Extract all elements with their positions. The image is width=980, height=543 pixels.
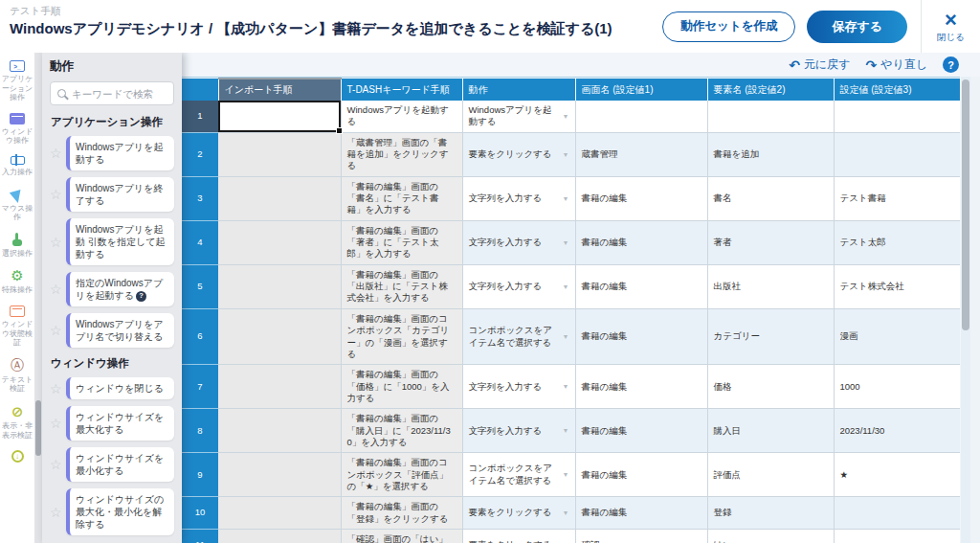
column-header[interactable] [182,79,218,101]
sidebar-category-item[interactable]: ウィンドウ状態検証 [1,305,33,348]
column-header[interactable]: 画面名 (設定値1) [575,79,707,101]
action-item-card[interactable]: 指定のWindowsアプリを起動する? [66,272,174,306]
cell-screen-name[interactable]: 書籍の編集 [575,497,707,530]
action-item-card[interactable]: ウィンドウを閉じる [66,377,174,399]
close-button[interactable]: × 閉じる [921,0,980,53]
sidebar-category-item[interactable]: 表示・非表示検証 [1,404,33,440]
cell-import-step[interactable] [218,264,341,308]
undo-button[interactable]: ↶ 元に戻す [789,57,850,73]
cell-element-name[interactable]: 評価点 [707,453,834,497]
cell-set-value[interactable] [834,101,960,132]
column-header[interactable]: 要素名 (設定値2) [707,79,834,101]
row-number-cell[interactable]: 10 [182,497,218,530]
sidebar-category-item[interactable]: テキスト検証 [1,358,33,394]
action-item-card[interactable]: Windowsアプリを起動する [66,136,174,170]
cell-keyword-step[interactable]: 「書籍の編集」画面の「登録」をクリックする [341,497,462,530]
sidebar-category-item[interactable]: 入力操作 [1,156,33,177]
row-number-cell[interactable]: 8 [182,409,218,453]
cell-screen-name[interactable]: 書籍の編集 [575,453,707,497]
action-item[interactable]: ☆ ウィンドウを閉じる [50,377,174,399]
cell-action-dropdown[interactable]: 要素をクリックする ▼ [462,132,575,176]
chevron-down-icon[interactable]: ▼ [563,382,569,391]
row-number-cell[interactable]: 4 [182,220,218,264]
cell-screen-name[interactable]: 確認 [575,529,707,543]
cell-import-step[interactable] [218,497,341,530]
cell-screen-name[interactable]: 書籍の編集 [575,365,707,409]
cell-element-name[interactable]: 書名 [707,176,834,220]
cell-import-step[interactable] [218,453,341,497]
cell-keyword-step[interactable]: 「確認」画面の「はい」をクリックする [341,529,462,543]
action-item-card[interactable]: ウィンドウサイズを最大化する [66,406,174,441]
favorite-star-icon[interactable]: ☆ [50,236,66,249]
cell-keyword-step[interactable]: 「書籍の編集」画面の「著者」に「テスト太郎」を入力する [341,220,462,264]
cell-set-value[interactable]: テスト書籍 [834,176,960,220]
favorite-star-icon[interactable]: ☆ [50,506,66,519]
row-number-cell[interactable]: 7 [182,365,218,409]
cell-set-value[interactable]: ★ [834,453,960,497]
cell-import-step[interactable] [218,220,341,264]
cell-action-dropdown[interactable]: コンボボックスをアイテム名で選択する ▼ [462,453,575,497]
column-header[interactable]: T-DASHキーワード手順 [341,79,462,101]
row-number-cell[interactable]: 1 [182,101,218,132]
help-icon[interactable]: ? [943,57,959,73]
cell-element-name[interactable]: 著者 [707,220,834,264]
favorite-star-icon[interactable]: ☆ [50,324,66,337]
action-item[interactable]: ☆ 指定のWindowsアプリを起動する? [50,272,174,306]
cell-action-dropdown[interactable]: 要素をクリックする ▼ [462,497,575,530]
row-number-cell[interactable]: 5 [182,264,218,308]
create-action-set-button[interactable]: 動作セットを作成 [662,11,795,42]
chevron-down-icon[interactable]: ▼ [563,426,569,435]
cell-action-dropdown[interactable]: コンボボックスをアイテム名で選択する ▼ [462,308,575,364]
cell-action-dropdown[interactable]: 要素をクリックする ▼ [462,529,575,543]
cell-screen-name[interactable]: 書籍の編集 [575,176,707,220]
favorite-star-icon[interactable]: ☆ [50,147,66,160]
chevron-down-icon[interactable]: ▼ [563,470,569,479]
cell-element-name[interactable]: 出版社 [707,264,834,308]
cell-import-step[interactable] [218,308,341,364]
cell-set-value[interactable]: 漫画 [834,308,960,364]
cell-element-name[interactable]: はい [707,529,834,543]
cell-keyword-step[interactable]: 「書籍の編集」画面の「書名」に「テスト書籍」を入力する [341,176,462,220]
cell-import-step[interactable] [218,132,341,176]
cell-element-name[interactable]: 価格 [707,365,834,409]
cell-keyword-step[interactable]: 「書籍の編集」画面のコンボボックス「評価点」の「★」を選択する [341,453,462,497]
cell-keyword-step[interactable]: Windowsアプリを起動する [341,101,462,132]
cell-action-dropdown[interactable]: 文字列を入力する ▼ [462,264,575,308]
action-item[interactable]: ☆ ウィンドウサイズを最大化する [50,406,174,441]
cell-action-dropdown[interactable]: 文字列を入力する ▼ [462,176,575,220]
action-item[interactable]: ☆ Windowsアプリを起動する [50,136,174,170]
cell-import-step[interactable] [218,176,341,220]
save-button[interactable]: 保存する [807,11,907,43]
cell-keyword-step[interactable]: 「書籍の編集」画面の「購入日」に「2023/11/30」を入力する [341,409,462,453]
chevron-down-icon[interactable]: ▼ [563,238,569,247]
column-header[interactable]: 設定値 (設定値3) [834,79,960,101]
cell-keyword-step[interactable]: 「蔵書管理」画面の「書籍を追加」をクリックする [341,132,462,176]
action-item[interactable]: ☆ ウィンドウサイズの最大化・最小化を解除する [50,488,174,535]
cell-import-step[interactable] [218,101,341,132]
action-item-card[interactable]: Windowsアプリを終了する [66,177,174,212]
sidebar-scrollbar[interactable] [34,53,42,543]
cell-set-value[interactable]: 1000 [834,365,960,409]
cell-screen-name[interactable]: 書籍の編集 [575,220,707,264]
action-item[interactable]: ☆ Windowsアプリをアプリ名で切り替える [50,313,174,348]
favorite-star-icon[interactable]: ☆ [50,382,66,396]
table-scrollbar-thumb[interactable] [962,79,969,330]
cell-keyword-step[interactable]: 「書籍の編集」画面の「価格」に「1000」を入力する [341,365,462,409]
sidebar-category-item[interactable]: アプリケーション操作 [1,60,33,102]
cell-screen-name[interactable]: 蔵書管理 [575,132,707,176]
action-item-card[interactable]: Windowsアプリをアプリ名で切り替える [66,313,174,348]
action-item-card[interactable]: ウィンドウサイズの最大化・最小化を解除する [66,488,174,535]
cell-import-step[interactable] [218,365,341,409]
row-number-cell[interactable]: 9 [182,453,218,497]
cell-screen-name[interactable]: 書籍の編集 [575,308,707,364]
cell-action-dropdown[interactable]: 文字列を入力する ▼ [462,409,575,453]
cell-action-dropdown[interactable]: 文字列を入力する ▼ [462,365,575,409]
chevron-down-icon[interactable]: ▼ [563,112,569,121]
cell-screen-name[interactable]: 書籍の編集 [575,264,707,308]
cell-import-step[interactable] [218,409,341,453]
action-item[interactable]: ☆ Windowsアプリを終了する [50,177,174,212]
action-item[interactable]: ☆ ウィンドウサイズを最小化する [50,447,174,482]
column-header[interactable]: インポート手順 [218,79,341,101]
cell-screen-name[interactable]: 書籍の編集 [575,409,707,453]
help-badge-icon[interactable]: ? [136,291,146,302]
